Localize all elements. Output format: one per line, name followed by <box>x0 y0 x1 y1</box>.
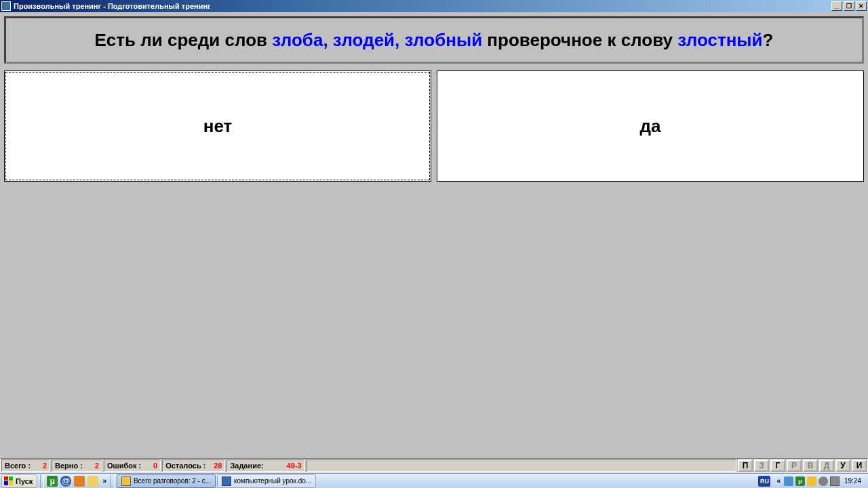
answer-yes-button[interactable]: да <box>437 70 864 182</box>
status-task-value: 49-3 <box>268 462 302 470</box>
quicklaunch-icon-4[interactable] <box>87 476 98 487</box>
status-task-label: Задание: <box>230 462 263 470</box>
taskbar-task-2-label: компьютерный урок.do... <box>234 477 311 485</box>
quicklaunch-more-icon[interactable]: » <box>100 477 109 485</box>
quicklaunch-separator <box>40 474 44 488</box>
status-total-value: 2 <box>35 462 47 470</box>
folder-icon <box>121 476 131 486</box>
letter-button-У[interactable]: У <box>835 460 850 472</box>
status-total-label: Всего : <box>5 462 31 470</box>
task-separator <box>111 474 115 488</box>
status-total: Всего : 2 <box>1 460 50 472</box>
tray-icon-4[interactable] <box>818 476 828 486</box>
question-text: Есть ли среди слов злоба, злодей, злобны… <box>95 30 774 51</box>
question-mid: проверочное к слову <box>482 30 677 50</box>
letter-button-Р[interactable]: Р <box>787 460 802 472</box>
answers-row: нет да <box>4 70 864 182</box>
tray-icon-5[interactable] <box>830 476 840 486</box>
answer-yes-label: да <box>640 116 661 137</box>
quicklaunch-icon-3[interactable] <box>74 476 85 487</box>
question-highlight-2: злостный <box>677 30 762 50</box>
status-errors-label: Ошибок : <box>107 462 141 470</box>
letter-button-П[interactable]: П <box>738 460 753 472</box>
system-tray: « μ 19:24 <box>772 476 868 486</box>
status-correct-label: Верно : <box>55 462 83 470</box>
quicklaunch-icon-2[interactable]: @ <box>60 476 71 487</box>
question-suffix: ? <box>763 30 774 50</box>
clock[interactable]: 19:24 <box>842 477 865 485</box>
answer-no-label: нет <box>203 116 233 137</box>
language-indicator[interactable]: RU <box>758 476 770 487</box>
window-controls: _ ❐ ✕ <box>830 0 868 12</box>
app-icon <box>1 1 11 11</box>
taskbar: Пуск μ @ » Всего разговоров: 2 - с... ко… <box>0 473 868 488</box>
title-bar: Произвольный тренинг - Подготовительный … <box>0 0 868 12</box>
status-errors-value: 0 <box>145 462 157 470</box>
question-prefix: Есть ли среди слов <box>95 30 273 50</box>
status-errors: Ошибок : 0 <box>104 460 161 472</box>
answer-no-button[interactable]: нет <box>4 70 431 182</box>
taskbar-task-1[interactable]: Всего разговоров: 2 - с... <box>117 474 216 488</box>
status-task: Задание: 49-3 <box>226 460 304 472</box>
status-correct: Верно : 2 <box>52 460 102 472</box>
taskbar-task-1-label: Всего разговоров: 2 - с... <box>134 477 211 485</box>
minimize-button[interactable]: _ <box>831 1 842 11</box>
windows-flag-icon <box>4 476 14 486</box>
status-remain-value: 28 <box>210 462 222 470</box>
client-area: Есть ли среди слов злоба, злодей, злобны… <box>0 12 868 458</box>
question-panel: Есть ли среди слов злоба, злодей, злобны… <box>4 16 864 64</box>
restore-button[interactable]: ❐ <box>844 1 854 11</box>
taskbar-task-2[interactable]: компьютерный урок.do... <box>217 474 316 488</box>
status-bar: Всего : 2 Верно : 2 Ошибок : 0 Осталось … <box>0 458 868 473</box>
letter-button-Д[interactable]: Д <box>819 460 834 472</box>
quicklaunch-icon-1[interactable]: μ <box>47 476 58 487</box>
status-correct-value: 2 <box>87 462 99 470</box>
close-button[interactable]: ✕ <box>856 1 867 11</box>
tray-icon-2[interactable]: μ <box>795 476 805 486</box>
status-remain-label: Осталось : <box>165 462 205 470</box>
start-button[interactable]: Пуск <box>1 474 37 488</box>
letter-button-В[interactable]: В <box>803 460 818 472</box>
tray-icon-1[interactable] <box>784 476 793 486</box>
tray-icon-3[interactable] <box>807 476 816 486</box>
window-title: Произвольный тренинг - Подготовительный … <box>14 0 830 12</box>
status-spacer <box>307 460 736 472</box>
letter-buttons-group: ПЗГРВДУИ <box>738 460 867 472</box>
letter-button-Г[interactable]: Г <box>770 460 785 472</box>
question-highlight-1: злоба, злодей, злобный <box>272 30 482 50</box>
letter-button-З[interactable]: З <box>754 460 769 472</box>
tray-expand-icon[interactable]: « <box>775 477 782 485</box>
start-label: Пуск <box>16 477 33 485</box>
letter-button-И[interactable]: И <box>852 460 867 472</box>
word-icon <box>222 476 231 486</box>
status-remain: Осталось : 28 <box>162 460 225 472</box>
